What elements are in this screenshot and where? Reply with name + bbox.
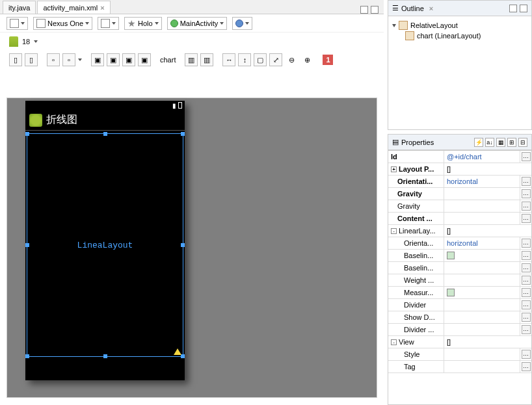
more-button[interactable]: …: [522, 214, 531, 223]
more-button[interactable]: …: [522, 350, 531, 359]
design-canvas[interactable]: ▮ 折线图 LineaLayout: [7, 98, 377, 398]
maximize-icon[interactable]: [371, 6, 379, 14]
property-value[interactable]: [444, 324, 520, 335]
distribute-button[interactable]: ▣: [91, 53, 104, 66]
tab-xml[interactable]: activity_main.xml ×: [37, 1, 110, 14]
property-value[interactable]: [444, 361, 520, 372]
maximize-icon[interactable]: [520, 5, 527, 12]
align-center-button[interactable]: ▫: [62, 53, 75, 66]
property-value[interactable]: [444, 299, 520, 311]
property-value[interactable]: []: [444, 336, 531, 348]
property-row[interactable]: Weight ...…: [388, 274, 531, 287]
property-value[interactable]: []: [444, 225, 531, 237]
distribute4-button[interactable]: ▣: [138, 53, 151, 66]
property-row[interactable]: Id@+id/chart…: [388, 151, 531, 163]
width-btn3[interactable]: ▢: [254, 53, 267, 66]
collapse-button[interactable]: ▦: [496, 138, 505, 147]
expand-button[interactable]: ⊞: [507, 138, 516, 147]
width-btn2[interactable]: ↕: [238, 53, 251, 66]
property-row[interactable]: Orienta...horizontal…: [388, 237, 531, 250]
selected-element[interactable]: LineaLayout: [27, 133, 183, 357]
palette-dropdown[interactable]: [7, 17, 28, 30]
expand-toggle[interactable]: -: [391, 339, 397, 345]
more-button[interactable]: …: [522, 263, 531, 272]
expand-icon[interactable]: [392, 24, 396, 27]
tree-child[interactable]: chart (LinearLayout): [392, 31, 527, 41]
property-row[interactable]: -View[]: [388, 336, 531, 348]
expand-toggle[interactable]: +: [391, 166, 397, 172]
zoom-in-button[interactable]: ⊕: [300, 53, 313, 66]
minimize-icon[interactable]: [360, 6, 368, 14]
close-icon[interactable]: ×: [100, 4, 104, 12]
property-value[interactable]: [444, 262, 520, 274]
align-right-button[interactable]: ▯: [25, 53, 38, 66]
more-button[interactable]: …: [522, 288, 531, 297]
property-label: Baselin...: [404, 252, 433, 259]
tab-java[interactable]: ity.java: [3, 1, 36, 14]
lint-warning-badge[interactable]: 1: [323, 55, 333, 65]
property-row[interactable]: Style…: [388, 348, 531, 361]
zoom-fit-button[interactable]: ⤢: [269, 53, 282, 66]
more-button[interactable]: …: [522, 325, 531, 334]
property-row[interactable]: Content ...…: [388, 213, 531, 225]
distribute2-button[interactable]: ▣: [107, 53, 120, 66]
expand-toggle[interactable]: -: [391, 228, 397, 234]
more-button[interactable]: …: [522, 300, 531, 309]
property-value[interactable]: horizontal: [444, 237, 520, 249]
property-value[interactable]: [444, 274, 520, 286]
layout-btn2[interactable]: ▥: [200, 53, 213, 66]
locale-dropdown[interactable]: [232, 17, 252, 30]
property-value[interactable]: [444, 311, 520, 323]
tree-root[interactable]: RelativeLayout: [392, 20, 527, 31]
property-row[interactable]: Gravity…: [388, 188, 531, 200]
more-button[interactable]: …: [522, 239, 531, 248]
property-value[interactable]: horizontal: [444, 176, 520, 187]
chevron-down-icon[interactable]: [78, 59, 82, 61]
more-button[interactable]: …: [522, 177, 531, 186]
property-row[interactable]: Gravity…: [388, 200, 531, 213]
property-row[interactable]: Baselin...…: [388, 262, 531, 274]
property-value[interactable]: [444, 200, 520, 212]
sort-az-button[interactable]: a↓: [485, 138, 494, 147]
distribute3-button[interactable]: ▣: [122, 53, 135, 66]
width-btn1[interactable]: ↔: [222, 53, 235, 66]
more-button[interactable]: …: [522, 362, 531, 371]
align-left-button[interactable]: ▯: [9, 53, 22, 66]
property-value[interactable]: []: [444, 163, 531, 175]
property-value[interactable]: [444, 287, 520, 298]
zoom-out-button[interactable]: ⊖: [285, 53, 298, 66]
property-row[interactable]: Divider…: [388, 299, 531, 311]
property-row[interactable]: Show D...…: [388, 311, 531, 324]
close-icon[interactable]: ×: [429, 5, 433, 12]
show-button[interactable]: ⊟: [518, 138, 527, 147]
property-row[interactable]: Baselin...…: [388, 250, 531, 262]
property-value[interactable]: [444, 348, 520, 360]
property-value[interactable]: [444, 250, 520, 261]
filter-button[interactable]: ⚡: [474, 138, 483, 147]
theme-dropdown[interactable]: ★Holo: [124, 17, 162, 30]
property-row[interactable]: Orientati...horizontal…: [388, 176, 531, 188]
property-value[interactable]: @+id/chart: [444, 151, 520, 163]
minimize-icon[interactable]: [509, 5, 517, 12]
more-button[interactable]: …: [522, 276, 531, 285]
layout-btn1[interactable]: ▥: [185, 53, 198, 66]
property-value[interactable]: [444, 188, 520, 200]
chevron-down-icon[interactable]: [34, 40, 38, 43]
align-top-button[interactable]: ▫: [47, 53, 60, 66]
property-row[interactable]: Tag…: [388, 361, 531, 373]
more-button[interactable]: …: [522, 251, 531, 260]
more-button[interactable]: …: [522, 202, 531, 211]
property-row[interactable]: Measur...…: [388, 287, 531, 299]
more-button[interactable]: …: [522, 152, 531, 161]
more-button[interactable]: …: [522, 313, 531, 322]
property-row[interactable]: -LinearLay...[]: [388, 225, 531, 237]
property-row[interactable]: +Layout P...[]: [388, 163, 531, 176]
pane-label: Properties: [401, 138, 434, 146]
more-button[interactable]: …: [522, 189, 531, 198]
property-row[interactable]: Divider ...…: [388, 324, 531, 336]
activity-dropdown[interactable]: MainActivity: [167, 17, 228, 30]
device-dropdown[interactable]: Nexus One: [33, 17, 92, 30]
property-value[interactable]: [444, 213, 520, 224]
layout-editor: ity.java activity_main.xml × Nexus One ★…: [0, 0, 384, 405]
orientation-dropdown[interactable]: [98, 17, 119, 30]
